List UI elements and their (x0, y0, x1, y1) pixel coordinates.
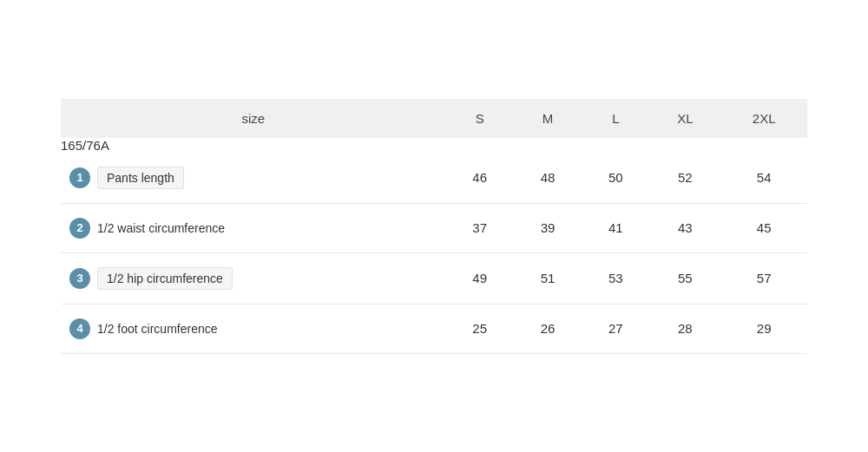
table-row: 31/2 hip circumference4951535557 (61, 252, 807, 304)
col-header-s: S (446, 99, 514, 138)
cell-1-1: 39 (514, 203, 582, 252)
row-label-1: 21/2 waist circumference (69, 218, 437, 239)
row-label-2: 31/2 hip circumference (69, 267, 437, 290)
cell-1-0: 37 (446, 203, 514, 252)
size-table-container: size S M L XL 2XL 165/76A 1Pants length4… (61, 99, 807, 354)
row-label-cell-2: 31/2 hip circumference (61, 252, 446, 304)
cell-3-3: 28 (649, 304, 720, 353)
cell-2-0: 49 (446, 252, 514, 304)
label-text-2: 1/2 hip circumference (97, 267, 233, 290)
cell-1-4: 45 (720, 203, 807, 252)
cell-3-1: 26 (514, 304, 582, 353)
header-row: size S M L XL 2XL (61, 99, 807, 138)
cell-2-4: 57 (720, 252, 807, 304)
cell-1-3: 43 (649, 203, 720, 252)
row-label-0: 1Pants length (69, 167, 437, 189)
col-header-xl: XL (649, 99, 720, 138)
cell-0-4: 54 (720, 153, 807, 204)
badge-0: 1 (69, 167, 90, 188)
col-header-l: L (582, 99, 649, 138)
badge-3: 4 (69, 318, 90, 339)
row-label-cell-1: 21/2 waist circumference (61, 203, 446, 252)
cell-2-2: 53 (582, 252, 649, 304)
table-row: 21/2 waist circumference3739414345 (61, 203, 807, 252)
cell-1-2: 41 (582, 203, 649, 252)
cell-0-2: 50 (582, 153, 649, 204)
badge-1: 2 (69, 218, 90, 239)
cell-0-0: 46 (446, 153, 514, 204)
badge-2: 3 (69, 268, 90, 289)
size-column-header: size (61, 99, 446, 138)
cell-3-4: 29 (720, 304, 807, 353)
table-row: 41/2 foot circumference2526272829 (61, 304, 807, 353)
cell-3-2: 27 (582, 304, 649, 353)
label-text-3: 1/2 foot circumference (97, 322, 218, 336)
label-text-0: Pants length (97, 167, 184, 189)
size-table: size S M L XL 2XL 165/76A 1Pants length4… (61, 99, 807, 354)
label-text-1: 1/2 waist circumference (97, 221, 225, 235)
cell-2-1: 51 (514, 252, 582, 304)
cell-0-3: 52 (649, 153, 720, 204)
cell-2-3: 55 (649, 252, 720, 304)
col-header-2xl: 2XL (720, 99, 807, 138)
row-label-cell-0: 1Pants length (61, 153, 446, 204)
table-row: 1Pants length4648505254 (61, 153, 807, 204)
col-header-m: M (514, 99, 582, 138)
subheader-row: 165/76A (61, 138, 807, 153)
cell-3-0: 25 (446, 304, 514, 353)
row-label-cell-3: 41/2 foot circumference (61, 304, 446, 353)
cell-0-1: 48 (514, 153, 582, 204)
row-label-3: 41/2 foot circumference (69, 318, 437, 339)
